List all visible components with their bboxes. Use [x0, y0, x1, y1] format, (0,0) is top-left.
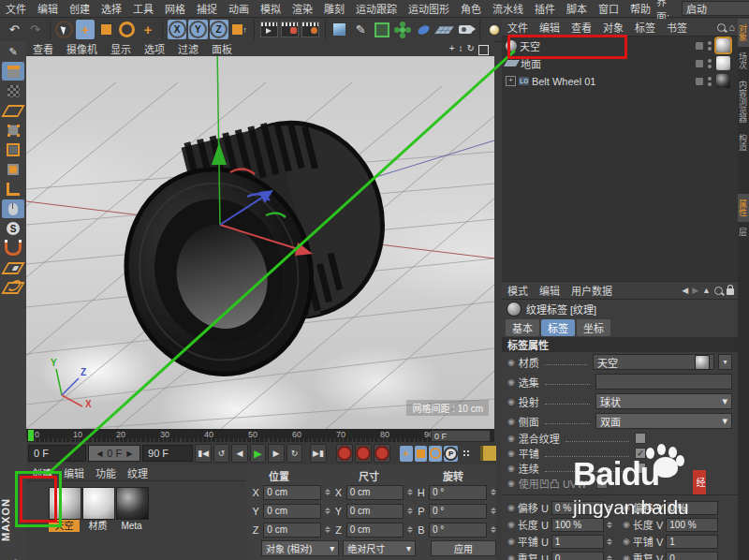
- menu-character[interactable]: 角色: [455, 1, 487, 16]
- menu-pipeline[interactable]: 流水线: [487, 1, 529, 16]
- om-menu-tags[interactable]: 标签: [629, 20, 661, 35]
- mograph-button[interactable]: [393, 20, 412, 39]
- menu-tools[interactable]: 工具: [127, 1, 159, 16]
- layer-dot[interactable]: [696, 42, 703, 50]
- texture-mode-button[interactable]: [2, 81, 24, 100]
- timeline[interactable]: 0 10 20 30 40 50 60 70 80 90 0 F: [26, 429, 494, 443]
- rot-h-field[interactable]: 0 °: [429, 485, 487, 500]
- history-back-icon[interactable]: ◀: [682, 286, 688, 295]
- size-mode-select[interactable]: 绝对尺寸 ▾: [343, 540, 416, 556]
- pos-z-field[interactable]: 0 cm: [263, 523, 321, 538]
- tab-takes[interactable]: 场次: [738, 47, 749, 75]
- floor-tag-thumbnail[interactable]: [716, 56, 730, 70]
- record-key-button[interactable]: [336, 444, 353, 463]
- slider-left-icon[interactable]: ◀: [96, 449, 102, 458]
- menu-file[interactable]: 文件: [0, 1, 32, 16]
- tab-layers[interactable]: 层: [738, 222, 749, 242]
- add-deformer-button[interactable]: [414, 20, 433, 39]
- attr-menu-edit[interactable]: 编辑: [534, 283, 565, 298]
- coord-system-button[interactable]: ↑: [230, 20, 249, 39]
- snap-s-button[interactable]: S: [2, 219, 24, 238]
- key-circle-icon[interactable]: ◉: [507, 464, 515, 473]
- menu-select[interactable]: 选择: [95, 1, 127, 16]
- material-meta[interactable]: Meta: [116, 487, 147, 532]
- visibility-dots[interactable]: [708, 41, 712, 51]
- parent-icon[interactable]: ▲: [702, 286, 711, 295]
- menu-help[interactable]: 帮助: [624, 1, 656, 16]
- size-x-stepper[interactable]: [407, 487, 413, 498]
- rot-p-field[interactable]: 0 °: [429, 504, 487, 519]
- expand-icon[interactable]: +: [506, 76, 516, 86]
- key-parameter-toggle[interactable]: P: [444, 446, 458, 462]
- tab-coordinates[interactable]: 坐标: [577, 319, 610, 336]
- loop-button[interactable]: ↺: [213, 444, 229, 463]
- belt-wheel-object-label[interactable]: Belt Wheel 01: [532, 76, 595, 87]
- undo-button[interactable]: ↶: [5, 20, 23, 39]
- tab-attributes[interactable]: 属性: [738, 194, 749, 222]
- projection-select[interactable]: 球状 ▾: [595, 393, 732, 409]
- goto-start-button[interactable]: ▮◀: [195, 444, 211, 463]
- om-menu-bookmarks[interactable]: 书签: [661, 20, 693, 35]
- next-key-button[interactable]: ▶: [268, 444, 284, 463]
- points-mode-button[interactable]: [2, 121, 24, 140]
- length-v-field[interactable]: 100 %: [666, 518, 718, 532]
- rot-p-stepper[interactable]: [491, 506, 496, 517]
- menu-mesh[interactable]: 网格: [159, 1, 191, 16]
- key-position-toggle[interactable]: +: [400, 446, 413, 462]
- key-pla-toggle[interactable]: [460, 446, 473, 462]
- apply-button[interactable]: 应用: [431, 540, 496, 556]
- layer-dot[interactable]: [696, 60, 703, 67]
- add-environment-button[interactable]: [434, 20, 453, 39]
- seamless-checkbox[interactable]: [635, 463, 646, 474]
- polygons-mode-button[interactable]: [2, 160, 24, 179]
- size-y-field[interactable]: 0 cm: [346, 504, 404, 519]
- attr-menu-userdata[interactable]: 用户数据: [565, 283, 618, 298]
- menu-animate[interactable]: 动画: [223, 1, 255, 16]
- mat-menu-function[interactable]: 功能: [90, 465, 122, 480]
- om-menu-objects[interactable]: 对象: [597, 20, 629, 35]
- object-row-belt-wheel[interactable]: + L0 Belt Wheel 01: [502, 72, 738, 90]
- menu-plugins[interactable]: 插件: [529, 1, 561, 16]
- offset-u-field[interactable]: 0 %: [551, 501, 604, 515]
- material-default[interactable]: 材质: [82, 487, 113, 532]
- key-circle-icon[interactable]: ◉: [623, 503, 630, 512]
- edges-mode-button[interactable]: [2, 140, 24, 159]
- render-settings-button[interactable]: [301, 20, 320, 39]
- white-material-thumbnail[interactable]: [82, 487, 115, 520]
- key-scale-toggle[interactable]: [415, 446, 428, 462]
- offset-v-field[interactable]: 0 %: [666, 501, 718, 515]
- material-link-field[interactable]: 天空: [593, 354, 714, 370]
- history-forward-icon[interactable]: ▶: [692, 286, 698, 295]
- menu-motion-tracker[interactable]: 运动跟踪: [350, 1, 403, 16]
- snapping-button[interactable]: [2, 239, 24, 258]
- selection-field[interactable]: [595, 374, 732, 390]
- size-y-stepper[interactable]: [407, 506, 413, 517]
- meta-material-thumbnail[interactable]: [116, 487, 149, 520]
- menu-mograph[interactable]: 运动图形: [403, 1, 455, 16]
- side-select[interactable]: 双面 ▾: [595, 413, 732, 429]
- menu-simulate[interactable]: 模拟: [255, 1, 286, 16]
- pos-x-field[interactable]: 0 cm: [263, 485, 321, 500]
- vp-menu-display[interactable]: 显示: [104, 41, 138, 56]
- position-mode-select[interactable]: 对象 (相对) ▾: [261, 540, 339, 556]
- tab-content-browser[interactable]: 内容浏览器: [738, 75, 749, 128]
- timeline-window-button[interactable]: [480, 446, 496, 462]
- maximize-icon[interactable]: [478, 45, 489, 55]
- key-circle-icon[interactable]: ◉: [623, 553, 630, 560]
- offset-u-stepper[interactable]: [607, 502, 613, 513]
- key-circle-icon[interactable]: ◉: [507, 417, 515, 426]
- timeline-ruler[interactable]: 0 10 20 30 40 50 60 70 80 90: [26, 429, 434, 442]
- lock-z-axis-button[interactable]: Z: [210, 20, 228, 39]
- size-x-field[interactable]: 0 cm: [346, 485, 404, 500]
- search-icon[interactable]: [714, 287, 723, 295]
- vp-menu-panel[interactable]: 面板: [205, 41, 239, 56]
- tiles-u-stepper[interactable]: [607, 536, 613, 547]
- rot-h-stepper[interactable]: [491, 487, 496, 498]
- vp-menu-view[interactable]: 查看: [26, 41, 60, 56]
- om-menu-view[interactable]: 查看: [565, 20, 597, 35]
- play-mode-button[interactable]: ↻: [286, 444, 302, 463]
- tab-objects[interactable]: 对象: [738, 19, 749, 47]
- belt-tag-thumbnail[interactable]: [716, 74, 730, 88]
- render-picture-viewer-button[interactable]: [280, 20, 299, 39]
- visibility-dots[interactable]: [708, 77, 712, 86]
